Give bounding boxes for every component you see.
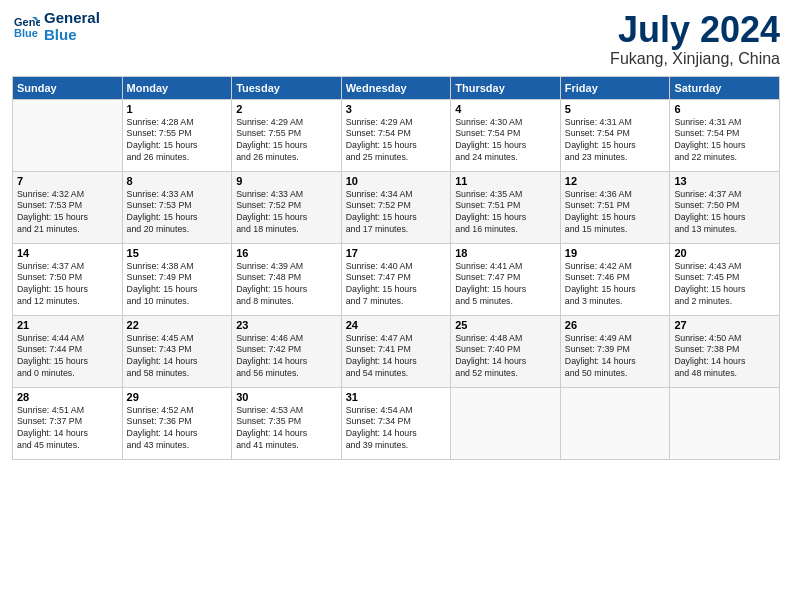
cell-info: Sunrise: 4:34 AM Sunset: 7:52 PM Dayligh… [346,189,447,237]
day-number: 6 [674,103,775,115]
col-header-tuesday: Tuesday [232,76,342,99]
day-number: 2 [236,103,337,115]
day-number: 9 [236,175,337,187]
cell-info: Sunrise: 4:28 AM Sunset: 7:55 PM Dayligh… [127,117,228,165]
cell-info: Sunrise: 4:54 AM Sunset: 7:34 PM Dayligh… [346,405,447,453]
day-number: 5 [565,103,666,115]
calendar-cell: 1Sunrise: 4:28 AM Sunset: 7:55 PM Daylig… [122,99,232,171]
day-number: 18 [455,247,556,259]
calendar-cell: 2Sunrise: 4:29 AM Sunset: 7:55 PM Daylig… [232,99,342,171]
day-number: 22 [127,319,228,331]
calendar-cell: 25Sunrise: 4:48 AM Sunset: 7:40 PM Dayli… [451,315,561,387]
day-number: 14 [17,247,118,259]
cell-info: Sunrise: 4:39 AM Sunset: 7:48 PM Dayligh… [236,261,337,309]
cell-info: Sunrise: 4:29 AM Sunset: 7:54 PM Dayligh… [346,117,447,165]
calendar-cell: 29Sunrise: 4:52 AM Sunset: 7:36 PM Dayli… [122,387,232,459]
subtitle: Fukang, Xinjiang, China [610,50,780,68]
calendar-row-2: 7Sunrise: 4:32 AM Sunset: 7:53 PM Daylig… [13,171,780,243]
page-container: General Blue General Blue July 2024 Fuka… [0,0,792,612]
calendar-table: SundayMondayTuesdayWednesdayThursdayFrid… [12,76,780,460]
calendar-cell: 15Sunrise: 4:38 AM Sunset: 7:49 PM Dayli… [122,243,232,315]
cell-info: Sunrise: 4:48 AM Sunset: 7:40 PM Dayligh… [455,333,556,381]
logo-line2: Blue [44,27,100,44]
calendar-cell: 4Sunrise: 4:30 AM Sunset: 7:54 PM Daylig… [451,99,561,171]
day-number: 23 [236,319,337,331]
day-number: 10 [346,175,447,187]
col-header-monday: Monday [122,76,232,99]
calendar-cell: 13Sunrise: 4:37 AM Sunset: 7:50 PM Dayli… [670,171,780,243]
calendar-cell [451,387,561,459]
calendar-cell: 11Sunrise: 4:35 AM Sunset: 7:51 PM Dayli… [451,171,561,243]
cell-info: Sunrise: 4:50 AM Sunset: 7:38 PM Dayligh… [674,333,775,381]
calendar-header-row: SundayMondayTuesdayWednesdayThursdayFrid… [13,76,780,99]
cell-info: Sunrise: 4:45 AM Sunset: 7:43 PM Dayligh… [127,333,228,381]
calendar-cell: 20Sunrise: 4:43 AM Sunset: 7:45 PM Dayli… [670,243,780,315]
day-number: 1 [127,103,228,115]
day-number: 17 [346,247,447,259]
calendar-row-4: 21Sunrise: 4:44 AM Sunset: 7:44 PM Dayli… [13,315,780,387]
calendar-cell: 19Sunrise: 4:42 AM Sunset: 7:46 PM Dayli… [560,243,670,315]
cell-info: Sunrise: 4:36 AM Sunset: 7:51 PM Dayligh… [565,189,666,237]
calendar-cell: 6Sunrise: 4:31 AM Sunset: 7:54 PM Daylig… [670,99,780,171]
logo: General Blue General Blue [12,10,100,43]
calendar-cell: 27Sunrise: 4:50 AM Sunset: 7:38 PM Dayli… [670,315,780,387]
calendar-cell: 18Sunrise: 4:41 AM Sunset: 7:47 PM Dayli… [451,243,561,315]
cell-info: Sunrise: 4:42 AM Sunset: 7:46 PM Dayligh… [565,261,666,309]
col-header-thursday: Thursday [451,76,561,99]
day-number: 29 [127,391,228,403]
day-number: 30 [236,391,337,403]
cell-info: Sunrise: 4:44 AM Sunset: 7:44 PM Dayligh… [17,333,118,381]
col-header-friday: Friday [560,76,670,99]
cell-info: Sunrise: 4:41 AM Sunset: 7:47 PM Dayligh… [455,261,556,309]
calendar-cell [670,387,780,459]
calendar-cell: 26Sunrise: 4:49 AM Sunset: 7:39 PM Dayli… [560,315,670,387]
calendar-cell: 16Sunrise: 4:39 AM Sunset: 7:48 PM Dayli… [232,243,342,315]
calendar-row-3: 14Sunrise: 4:37 AM Sunset: 7:50 PM Dayli… [13,243,780,315]
cell-info: Sunrise: 4:38 AM Sunset: 7:49 PM Dayligh… [127,261,228,309]
page-header: General Blue General Blue July 2024 Fuka… [12,10,780,68]
cell-info: Sunrise: 4:29 AM Sunset: 7:55 PM Dayligh… [236,117,337,165]
calendar-cell [13,99,123,171]
day-number: 31 [346,391,447,403]
cell-info: Sunrise: 4:31 AM Sunset: 7:54 PM Dayligh… [565,117,666,165]
cell-info: Sunrise: 4:35 AM Sunset: 7:51 PM Dayligh… [455,189,556,237]
cell-info: Sunrise: 4:32 AM Sunset: 7:53 PM Dayligh… [17,189,118,237]
cell-info: Sunrise: 4:37 AM Sunset: 7:50 PM Dayligh… [17,261,118,309]
calendar-cell: 9Sunrise: 4:33 AM Sunset: 7:52 PM Daylig… [232,171,342,243]
calendar-cell: 3Sunrise: 4:29 AM Sunset: 7:54 PM Daylig… [341,99,451,171]
day-number: 7 [17,175,118,187]
cell-info: Sunrise: 4:53 AM Sunset: 7:35 PM Dayligh… [236,405,337,453]
day-number: 27 [674,319,775,331]
cell-info: Sunrise: 4:51 AM Sunset: 7:37 PM Dayligh… [17,405,118,453]
calendar-cell: 21Sunrise: 4:44 AM Sunset: 7:44 PM Dayli… [13,315,123,387]
day-number: 11 [455,175,556,187]
cell-info: Sunrise: 4:46 AM Sunset: 7:42 PM Dayligh… [236,333,337,381]
calendar-row-5: 28Sunrise: 4:51 AM Sunset: 7:37 PM Dayli… [13,387,780,459]
calendar-cell: 8Sunrise: 4:33 AM Sunset: 7:53 PM Daylig… [122,171,232,243]
logo-icon: General Blue [12,13,40,41]
main-title: July 2024 [610,10,780,50]
cell-info: Sunrise: 4:37 AM Sunset: 7:50 PM Dayligh… [674,189,775,237]
day-number: 28 [17,391,118,403]
calendar-cell: 24Sunrise: 4:47 AM Sunset: 7:41 PM Dayli… [341,315,451,387]
day-number: 25 [455,319,556,331]
day-number: 21 [17,319,118,331]
day-number: 16 [236,247,337,259]
col-header-wednesday: Wednesday [341,76,451,99]
cell-info: Sunrise: 4:33 AM Sunset: 7:52 PM Dayligh… [236,189,337,237]
calendar-cell: 23Sunrise: 4:46 AM Sunset: 7:42 PM Dayli… [232,315,342,387]
calendar-cell: 17Sunrise: 4:40 AM Sunset: 7:47 PM Dayli… [341,243,451,315]
calendar-cell: 5Sunrise: 4:31 AM Sunset: 7:54 PM Daylig… [560,99,670,171]
svg-text:Blue: Blue [14,27,38,39]
day-number: 12 [565,175,666,187]
day-number: 3 [346,103,447,115]
calendar-cell: 12Sunrise: 4:36 AM Sunset: 7:51 PM Dayli… [560,171,670,243]
day-number: 24 [346,319,447,331]
calendar-cell: 31Sunrise: 4:54 AM Sunset: 7:34 PM Dayli… [341,387,451,459]
cell-info: Sunrise: 4:52 AM Sunset: 7:36 PM Dayligh… [127,405,228,453]
cell-info: Sunrise: 4:40 AM Sunset: 7:47 PM Dayligh… [346,261,447,309]
cell-info: Sunrise: 4:31 AM Sunset: 7:54 PM Dayligh… [674,117,775,165]
cell-info: Sunrise: 4:49 AM Sunset: 7:39 PM Dayligh… [565,333,666,381]
day-number: 4 [455,103,556,115]
calendar-cell: 28Sunrise: 4:51 AM Sunset: 7:37 PM Dayli… [13,387,123,459]
